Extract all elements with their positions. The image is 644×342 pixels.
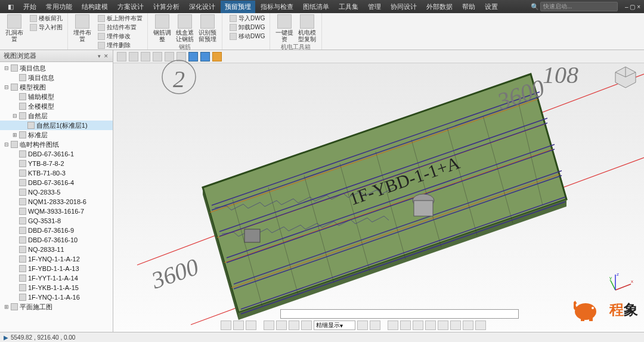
mep-copy-icon[interactable]: 机电模型复制 <box>298 14 317 42</box>
dwg-icon <box>19 170 26 177</box>
vb-icon[interactable] <box>450 321 461 330</box>
window-controls[interactable]: – ▢ × <box>625 4 640 10</box>
tree-node[interactable]: 1F-YNQ-1-1-A-16 <box>0 292 113 302</box>
sidebar-close-icon[interactable]: ✕ <box>103 53 109 59</box>
import-backing-icon[interactable]: 导入衬图 <box>30 23 63 32</box>
tie-icon[interactable]: 拉结件布置 <box>98 23 143 32</box>
viewport[interactable]: 1F-YBD-1-1+A 2 3600 3600 108 x y z <box>113 50 644 332</box>
dwg-icon <box>19 150 26 158</box>
tree-node[interactable]: 辅助模型 <box>0 92 113 101</box>
menu-item[interactable]: 深化设计 <box>185 1 219 13</box>
vb-icon[interactable] <box>438 321 448 330</box>
menu-item[interactable]: 管理 <box>364 1 385 13</box>
dwg-icon <box>19 284 26 291</box>
tree-node[interactable]: NQ-2833-11 <box>0 245 113 254</box>
tree-node[interactable]: ⊟项目信息 <box>0 63 113 73</box>
tree-node[interactable]: ⊟临时构件图纸 <box>0 140 113 149</box>
vb-icon[interactable] <box>276 321 287 330</box>
move-dwg-icon[interactable]: 移动DWG <box>230 32 265 41</box>
app-menu-icon[interactable]: ◧ <box>4 1 18 13</box>
tree-node[interactable]: 1F-YNQ-1-1-A-12 <box>0 254 113 264</box>
menu-item[interactable]: 外部数据 <box>422 1 457 13</box>
vb-icon[interactable] <box>388 321 398 330</box>
dwg-icon <box>19 246 26 253</box>
menu-item[interactable]: 结构建模 <box>78 1 112 13</box>
svg-text:z: z <box>617 272 619 277</box>
vb-icon[interactable] <box>221 321 231 330</box>
plate-attach-icon[interactable]: 板上附件布置 <box>98 14 143 23</box>
tree-node[interactable]: DBD-67-3616-1 <box>0 149 113 159</box>
natural-floor-icon <box>19 112 26 119</box>
menu-item[interactable]: 预留预埋 <box>221 1 255 13</box>
vb-icon[interactable] <box>425 321 436 330</box>
tree-node[interactable]: NQ-2833-5 <box>0 187 113 197</box>
tree-node[interactable]: 全楼模型 <box>0 101 113 111</box>
sidebar-header: 视图浏览器 ▾ ✕ <box>0 50 113 62</box>
embed-edit-icon[interactable]: 埋件修改 <box>98 32 143 41</box>
dwg-icon <box>19 265 26 272</box>
axis-widget: x y z <box>609 272 633 296</box>
quick-search[interactable]: 快速启动... <box>540 2 618 11</box>
unload-dwg-icon[interactable]: 卸载DWG <box>230 23 265 32</box>
menu-item[interactable]: 方案设计 <box>113 1 148 13</box>
embed-icon[interactable]: 埋件布置 <box>73 14 92 50</box>
vb-icon[interactable] <box>475 321 486 330</box>
tree-node[interactable]: NQM1-2833-2018-6 <box>0 197 113 207</box>
vb-icon[interactable] <box>264 321 274 330</box>
dwg-icon <box>19 236 26 244</box>
vb-icon[interactable] <box>289 321 299 330</box>
tree-node[interactable]: DBD-67-3616-9 <box>0 226 113 235</box>
vb-icon[interactable] <box>357 321 368 330</box>
menu-item[interactable]: 指标与检查 <box>256 1 298 13</box>
vb-icon[interactable] <box>301 321 312 330</box>
embed-delete-icon[interactable]: 埋件删除 <box>98 41 143 50</box>
menu-item[interactable]: 设置 <box>481 1 502 13</box>
recognize-icon[interactable]: 识别预留预埋 <box>198 14 217 42</box>
tree-node[interactable]: 1F-YYT-1-1-A-14 <box>0 273 113 283</box>
vb-icon[interactable] <box>233 321 244 330</box>
tree-node[interactable]: GQ-3531-8 <box>0 216 113 226</box>
coords-readout: 5549.82 , 9216.40 , 0.00 <box>11 334 75 341</box>
tree: ⊟项目信息项目信息⊟模型视图辅助模型全楼模型⊟自然层自然层1(标准层1)⊞标准层… <box>0 62 113 332</box>
rebar-adjust-icon[interactable]: 钢筋调整 <box>153 14 172 42</box>
menu-item[interactable]: 工具集 <box>335 1 363 13</box>
vb-icon[interactable] <box>413 321 423 330</box>
display-mode-select[interactable]: 精细显示▾ <box>314 321 355 330</box>
tree-node[interactable]: DBD-67-3616-4 <box>0 178 113 187</box>
viewport-bottom: 精细显示▾ <box>113 308 644 332</box>
tree-node[interactable]: 项目信息 <box>0 73 113 82</box>
search-icon[interactable]: 🔍 <box>531 3 539 11</box>
slab-hole-icon[interactable]: 楼板留孔 <box>30 14 63 23</box>
vb-icon[interactable] <box>400 321 411 330</box>
canvas[interactable]: 1F-YBD-1-1+A 2 3600 3600 108 <box>113 50 644 332</box>
menu-item[interactable]: 开始 <box>19 1 41 13</box>
tree-node[interactable]: DBD-67-3616-10 <box>0 235 113 245</box>
tree-node[interactable]: ⊟模型视图 <box>0 82 113 92</box>
extract-icon[interactable]: 一键提资 <box>275 14 294 42</box>
tree-node[interactable]: KTB-71-80-3 <box>0 168 113 178</box>
tree-node[interactable]: ⊞平面施工图 <box>0 302 113 312</box>
menu-item[interactable]: 常用功能 <box>42 1 76 13</box>
view-cube[interactable] <box>613 64 638 90</box>
tree-node[interactable]: YTB-8-7-8-2 <box>0 159 113 168</box>
vb-icon[interactable] <box>463 321 473 330</box>
vb-icon[interactable] <box>370 321 380 330</box>
hole-icon[interactable]: 孔洞布置 <box>5 14 24 42</box>
tree-node[interactable]: 1F-YKB-1-1-A-15 <box>0 283 113 292</box>
dwg-icon <box>19 208 26 215</box>
sidebar-pin-icon[interactable]: ▾ <box>96 53 102 59</box>
menu-item[interactable]: 计算分析 <box>149 1 184 13</box>
menu-item[interactable]: 协同设计 <box>386 1 421 13</box>
tree-node[interactable]: ⊞标准层 <box>0 130 113 140</box>
plan-icon <box>11 303 18 310</box>
menu-item[interactable]: 帮助 <box>458 1 479 13</box>
command-line[interactable] <box>280 309 519 319</box>
vb-icon[interactable] <box>246 321 256 330</box>
tree-node[interactable]: 1F-YBD-1-1-A-13 <box>0 264 113 273</box>
box-avoid-icon[interactable]: 线盒遮让钢筋 <box>175 14 194 42</box>
tree-node[interactable]: WQM-3933-1616-7 <box>0 207 113 216</box>
import-dwg-icon[interactable]: 导入DWG <box>230 14 265 23</box>
tree-node[interactable]: ⊟自然层 <box>0 111 113 121</box>
tree-node[interactable]: 自然层1(标准层1) <box>0 121 113 130</box>
menu-item[interactable]: 图纸清单 <box>299 1 333 13</box>
